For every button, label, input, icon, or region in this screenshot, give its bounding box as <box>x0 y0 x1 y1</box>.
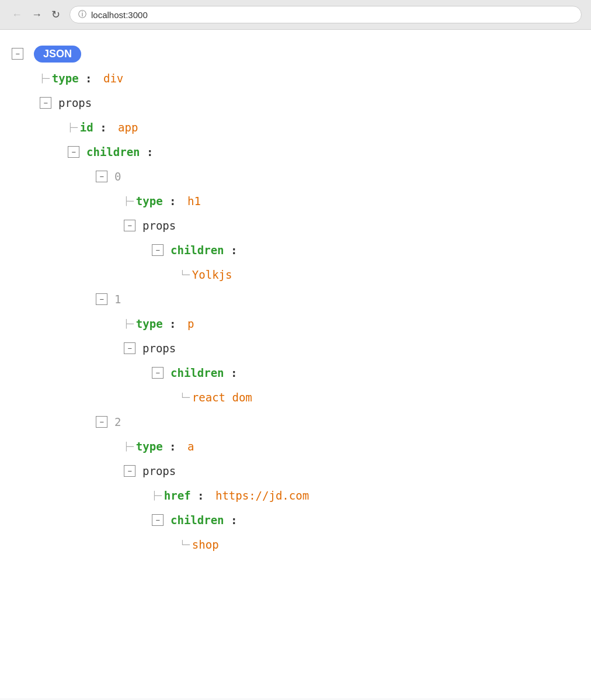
type-key-div: type <box>52 72 79 85</box>
reload-button[interactable]: ↻ <box>49 7 62 22</box>
props-h1-row: − props <box>12 213 579 238</box>
props-row: − props <box>12 91 579 115</box>
yolkjs-value: Yolkjs <box>192 268 232 281</box>
index-1-row: − 1 <box>12 287 579 311</box>
type-key-p: type <box>136 317 163 330</box>
children-row: − children : <box>12 140 579 164</box>
children-h1-toggle[interactable]: − <box>152 244 164 256</box>
index-1: 1 <box>114 293 121 306</box>
children-a-toggle[interactable]: − <box>152 514 164 526</box>
id-row: ├─ id : app <box>12 115 579 140</box>
page-content: − JSON ├─ type : div − props ├─ id : app <box>0 30 591 698</box>
props-a-row: − props <box>12 459 579 483</box>
info-icon: ⓘ <box>78 9 86 20</box>
href-key: href <box>164 489 191 502</box>
index-2: 2 <box>114 415 121 428</box>
props-label: props <box>58 96 92 109</box>
type-value-a: a <box>187 440 194 453</box>
index-1-toggle[interactable]: − <box>96 293 107 305</box>
type-value-p: p <box>187 317 194 330</box>
type-colon-h1: : <box>163 195 176 207</box>
id-key: id <box>80 121 93 134</box>
children-a-colon: : <box>224 514 238 526</box>
props-a-label: props <box>142 465 176 477</box>
children-p-colon: : <box>224 366 238 379</box>
index-0-toggle[interactable]: − <box>96 171 107 182</box>
children-colon: : <box>140 145 154 158</box>
props-toggle[interactable]: − <box>40 97 51 109</box>
type-key-h1: type <box>136 195 163 207</box>
props-p-row: − props <box>12 336 579 361</box>
type-h1-row: ├─ type : h1 <box>12 189 579 213</box>
back-button[interactable]: ← <box>9 8 25 22</box>
root-row: − JSON <box>12 41 579 66</box>
children-h1-colon: : <box>224 244 238 257</box>
props-a-toggle[interactable]: − <box>124 465 135 477</box>
type-value-h1: h1 <box>187 195 201 207</box>
type-div-row: ├─ type : div <box>12 66 579 91</box>
children-a-row: − children : <box>12 508 579 532</box>
children-p-toggle[interactable]: − <box>152 367 164 379</box>
json-badge: JSON <box>34 46 81 63</box>
children-p-key: children <box>171 366 224 379</box>
children-toggle[interactable]: − <box>68 146 79 158</box>
id-value: app <box>118 121 138 134</box>
type-a-row: ├─ type : a <box>12 434 579 459</box>
index-2-toggle[interactable]: − <box>96 416 107 428</box>
react-dom-value: react dom <box>192 391 252 404</box>
type-colon-div: : <box>79 72 92 85</box>
children-h1-key: children <box>171 244 224 257</box>
index-2-row: − 2 <box>12 410 579 434</box>
type-colon-a: : <box>163 440 176 453</box>
json-tree: − JSON ├─ type : div − props ├─ id : app <box>12 41 579 557</box>
href-colon: : <box>191 489 204 502</box>
props-p-label: props <box>142 342 176 355</box>
type-key-a: type <box>136 440 163 453</box>
props-h1-toggle[interactable]: − <box>124 220 135 231</box>
shop-value: shop <box>192 538 219 551</box>
children-key: children <box>86 145 140 158</box>
children-h1-row: − children : <box>12 238 579 262</box>
yolkjs-row: └─ Yolkjs <box>12 262 579 287</box>
forward-button[interactable]: → <box>29 8 44 22</box>
props-h1-label: props <box>142 219 176 232</box>
href-value: https://jd.com <box>215 489 309 502</box>
type-p-row: ├─ type : p <box>12 311 579 336</box>
react-dom-row: └─ react dom <box>12 385 579 410</box>
url-text: localhost:3000 <box>91 10 148 20</box>
type-value-div: div <box>103 72 123 85</box>
shop-row: └─ shop <box>12 532 579 557</box>
browser-chrome: ← → ↻ ⓘ localhost:3000 <box>0 0 591 30</box>
root-toggle[interactable]: − <box>12 48 23 60</box>
type-colon-p: : <box>163 317 176 330</box>
children-a-key: children <box>171 514 224 526</box>
index-0-row: − 0 <box>12 164 579 189</box>
nav-buttons: ← → ↻ <box>9 7 62 22</box>
id-colon: : <box>93 121 107 134</box>
props-p-toggle[interactable]: − <box>124 342 135 354</box>
children-p-row: − children : <box>12 361 579 385</box>
href-row: ├─ href : https://jd.com <box>12 483 579 508</box>
index-0: 0 <box>114 170 121 183</box>
address-bar[interactable]: ⓘ localhost:3000 <box>69 6 582 23</box>
